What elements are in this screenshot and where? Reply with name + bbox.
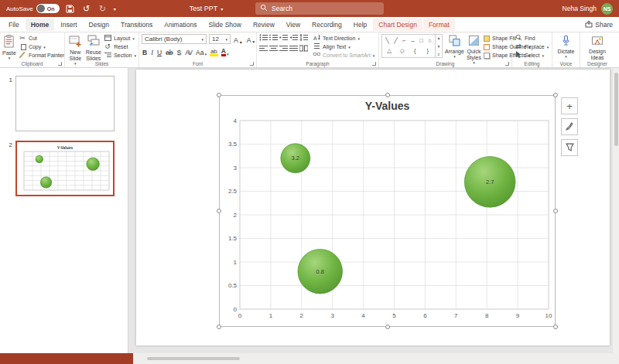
section-button[interactable]: Section ▾ (104, 52, 136, 59)
numbering-button[interactable] (269, 34, 277, 43)
vertical-scrollbar-thumb[interactable] (614, 73, 618, 146)
chart-resize-handle[interactable] (553, 325, 558, 329)
italic-button[interactable]: I (150, 46, 154, 56)
dictate-button[interactable]: Dictate ▾ (555, 34, 577, 59)
text-direction-button[interactable]: A Text Direction ▾ (313, 35, 374, 42)
chart-filters-button[interactable] (561, 139, 578, 156)
shape-triangle-icon[interactable]: △ (385, 47, 393, 55)
tab-format[interactable]: Format (423, 19, 455, 31)
shape-oval-icon[interactable]: ○ (426, 37, 434, 45)
slide-editor[interactable]: Y-Values 01234567891000.511.522.533.543.… (128, 68, 619, 353)
tab-design[interactable]: Design (84, 19, 115, 31)
shape-line-icon[interactable]: ╲ (384, 37, 392, 45)
strikethrough-button[interactable]: ab (165, 46, 173, 56)
shape-rect-icon[interactable]: □ (418, 37, 426, 45)
chart-resize-handle[interactable] (217, 209, 221, 213)
tab-animations[interactable]: Animations (159, 19, 202, 31)
text-shadow-button[interactable]: S (176, 46, 183, 56)
shape-arrow-icon[interactable]: → (409, 37, 417, 45)
shape-brace-right-icon[interactable]: } (424, 47, 432, 55)
document-title[interactable]: Test PPT ▾ (190, 5, 224, 12)
tab-insert[interactable]: Insert (55, 19, 82, 31)
slide-canvas[interactable]: Y-Values 01234567891000.511.522.533.543.… (136, 70, 610, 345)
drawing-dialog-launcher-icon[interactable] (505, 62, 509, 66)
cut-button[interactable]: ✂ Cut (19, 35, 64, 42)
grow-font-button[interactable]: A▲ (233, 34, 244, 44)
replace-button[interactable]: ⇄ Replace ▾ (515, 43, 549, 50)
tab-help[interactable]: Help (348, 19, 372, 31)
align-text-button[interactable]: Align Text ▾ (313, 43, 374, 50)
change-case-button[interactable]: Aa▾ (195, 46, 207, 56)
shapes-gallery-scroll[interactable]: ▲▼≡ (436, 34, 443, 58)
vertical-scrollbar[interactable] (613, 68, 619, 353)
quick-access-caret-icon[interactable]: ▾ (114, 6, 116, 12)
shape-brace-left-icon[interactable]: { (411, 47, 419, 55)
shapes-gallery[interactable]: ╲ ╱ ⌐ → □ ○ △ ◇ { } (381, 34, 436, 58)
tab-view[interactable]: View (281, 19, 306, 31)
chart-title[interactable]: Y-Values (220, 96, 555, 116)
redo-icon[interactable]: ↻ (97, 2, 108, 15)
underline-button[interactable]: U (156, 46, 162, 56)
bubble-chart-plot[interactable]: 01234567891000.511.522.533.543.22.70.8 (220, 116, 555, 323)
search-bar[interactable]: Search (255, 2, 384, 15)
align-left-button[interactable] (259, 45, 267, 53)
find-button[interactable]: Find (515, 35, 549, 42)
horizontal-scrollbar-thumb[interactable] (147, 357, 240, 360)
slide2-thumbnail[interactable]: Y-Values (15, 141, 115, 196)
autosave-toggle[interactable]: On (36, 4, 60, 13)
chart-resize-handle[interactable] (217, 325, 221, 329)
arrange-button[interactable]: Arrange ▾ (445, 34, 464, 59)
slide1-thumbnail[interactable] (15, 76, 115, 131)
bullets-button[interactable] (259, 34, 267, 43)
bold-button[interactable]: B (142, 46, 148, 56)
select-button[interactable]: Select ▾ (515, 52, 549, 59)
tab-transitions[interactable]: Transitions (115, 19, 158, 31)
new-slide-button[interactable]: New Slide ▾ (67, 34, 84, 59)
align-right-button[interactable] (279, 45, 287, 53)
justify-button[interactable] (289, 45, 297, 53)
increase-indent-button[interactable] (289, 34, 297, 43)
share-button[interactable]: Share (585, 20, 616, 29)
font-color-button[interactable]: A▾ (221, 46, 230, 56)
shrink-font-button[interactable]: A▼ (246, 34, 257, 44)
chart-object[interactable]: Y-Values 01234567891000.511.522.533.543.… (219, 95, 556, 327)
character-spacing-button[interactable]: AV (184, 46, 193, 56)
reset-button[interactable]: ↺ Reset (104, 43, 136, 50)
paste-button[interactable]: Paste ▾ (2, 34, 16, 59)
chart-resize-handle[interactable] (553, 209, 558, 213)
shape-line2-icon[interactable]: ╱ (392, 37, 400, 45)
line-spacing-button[interactable] (299, 34, 307, 43)
align-center-button[interactable] (269, 45, 277, 53)
tab-slide-show[interactable]: Slide Show (203, 19, 247, 31)
chart-styles-button[interactable] (561, 118, 578, 135)
font-name-combo[interactable]: Calibri (Body) ▾ (142, 34, 207, 44)
chart-resize-handle[interactable] (385, 93, 390, 97)
tab-recording[interactable]: Recording (306, 19, 347, 31)
clipboard-dialog-launcher-icon[interactable] (58, 62, 62, 66)
paragraph-dialog-launcher-icon[interactable] (372, 62, 376, 66)
decrease-indent-button[interactable] (279, 34, 287, 43)
autosave-control[interactable]: AutoSave On (6, 4, 60, 13)
undo-icon[interactable]: ↺ (81, 2, 92, 15)
quick-styles-button[interactable]: Quick Styles ▾ (467, 34, 481, 59)
highlight-color-button[interactable]: ab (210, 46, 218, 56)
design-ideas-button[interactable]: Design Ideas (583, 34, 612, 59)
save-icon[interactable] (65, 2, 76, 15)
tab-chart-design[interactable]: Chart Design (373, 19, 422, 31)
chart-resize-handle[interactable] (553, 93, 558, 97)
font-dialog-launcher-icon[interactable] (250, 62, 254, 66)
user-name[interactable]: Neha Singh (563, 5, 597, 12)
columns-button[interactable] (299, 45, 307, 53)
format-painter-button[interactable]: Format Painter (19, 52, 64, 59)
avatar[interactable]: NS (601, 3, 613, 15)
chart-elements-button[interactable]: + (561, 97, 578, 114)
reuse-slides-button[interactable]: Reuse Slides (86, 34, 102, 59)
tab-home[interactable]: Home (26, 19, 55, 31)
chart-resize-handle[interactable] (217, 93, 221, 97)
chart-resize-handle[interactable] (385, 325, 390, 329)
shape-elbow-icon[interactable]: ⌐ (401, 37, 409, 45)
layout-button[interactable]: Layout ▾ (104, 35, 136, 42)
font-size-combo[interactable]: 12 ▾ (209, 34, 231, 44)
tab-file[interactable]: File (3, 19, 25, 31)
shape-diamond-icon[interactable]: ◇ (398, 47, 406, 55)
